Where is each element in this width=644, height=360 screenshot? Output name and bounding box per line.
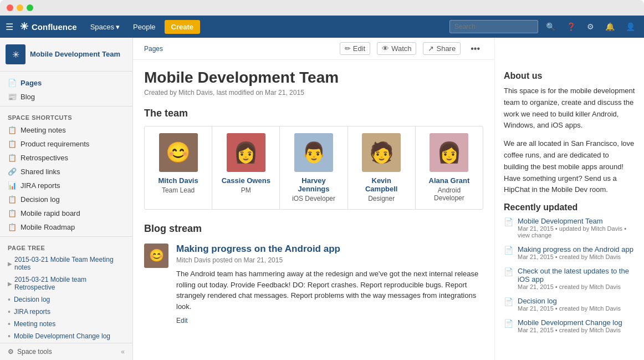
recent-item-link-1[interactable]: Making progress on the Android app xyxy=(518,245,635,253)
people-label: People xyxy=(133,23,155,31)
search-input[interactable] xyxy=(449,20,538,33)
blog-icon: 📰 xyxy=(8,93,17,101)
page-tree-item-2[interactable]: ▶ 2015-03-21 Mobile team Retrospective xyxy=(0,273,132,293)
recent-item-link-2[interactable]: Check out the latest updates to the iOS … xyxy=(518,267,635,283)
recent-item-meta-0: Mar 21, 2015 • updated by Mitch Davis • … xyxy=(518,225,635,239)
recent-item-link-4[interactable]: Mobile Development Change log xyxy=(518,318,635,327)
member-name-0[interactable]: Mitch Davis xyxy=(154,176,203,185)
edit-label: Edit xyxy=(353,44,365,53)
page-tree-item-1[interactable]: ▶ 2015-03-21 Mobile Team Meeting notes xyxy=(0,253,132,273)
recent-item-icon-3: 📄 xyxy=(504,297,513,306)
shortcuts-label: SPACE SHORTCUTS xyxy=(0,109,132,123)
window-buttons xyxy=(7,4,33,11)
recent-item-2: 📄 Check out the latest updates to the iO… xyxy=(504,267,635,290)
sidebar-item-decision-log[interactable]: 📋 Decision log xyxy=(0,192,132,206)
blog-post-title-0[interactable]: Making progress on the Android app xyxy=(176,244,483,255)
about-title: About us xyxy=(504,71,635,81)
space-avatar-icon: ✳ xyxy=(12,49,19,60)
sidebar-item-product-req[interactable]: 📋 Product requirements xyxy=(0,137,132,151)
spaces-button[interactable]: Spaces ▾ xyxy=(86,21,124,33)
blog-post-body-0: The Android team has hammering away at t… xyxy=(176,268,483,312)
create-label: Create xyxy=(171,23,193,31)
member-name-4[interactable]: Alana Grant xyxy=(425,176,474,185)
space-tools-button[interactable]: ⚙ Space tools « xyxy=(0,343,132,360)
decision-log-icon: 📋 xyxy=(8,195,17,204)
share-label: Share xyxy=(436,44,456,53)
dot-icon-6: • xyxy=(8,332,11,340)
recently-updated-title: Recently updated xyxy=(504,202,635,212)
member-avatar-0: 😊 xyxy=(159,133,198,172)
rapid-board-label: Mobile rapid board xyxy=(21,209,80,217)
sidebar-item-rapid-board[interactable]: 📋 Mobile rapid board xyxy=(0,206,132,220)
space-tools-label: Space tools xyxy=(17,348,52,356)
blog-post-content-0: Making progress on the Android app Mitch… xyxy=(176,244,483,324)
search-icon-button[interactable]: 🔍 xyxy=(543,20,559,33)
minimize-button[interactable] xyxy=(17,4,23,11)
avatar-emoji-1: 👩 xyxy=(233,141,258,164)
page-tree-item-6[interactable]: • Mobile Development Change log xyxy=(0,330,132,342)
menu-icon[interactable]: ☰ xyxy=(6,22,13,32)
blog-date: Mar 21, 2015 xyxy=(243,256,283,264)
sidebar-item-pages[interactable]: 📄 Pages xyxy=(0,76,132,90)
space-avatar: ✳ xyxy=(6,44,25,64)
member-role-0: Team Lead xyxy=(154,186,203,194)
sidebar-item-blog[interactable]: 📰 Blog xyxy=(0,90,132,104)
roadmap-label: Mobile Roadmap xyxy=(21,223,75,231)
sidebar-item-shared-links[interactable]: 🔗 Shared links xyxy=(0,165,132,179)
notifications-icon-button[interactable]: 🔔 xyxy=(602,20,618,33)
close-button[interactable] xyxy=(7,4,13,11)
recent-item-link-0[interactable]: Mobile Development Team xyxy=(518,217,635,225)
sidebar-item-retrospectives[interactable]: 📋 Retrospectives xyxy=(0,151,132,165)
recent-item-4: 📄 Mobile Development Change log Mar 21, … xyxy=(504,318,635,333)
sidebar-item-roadmap[interactable]: 📋 Mobile Roadmap xyxy=(0,220,132,234)
sidebar-space-header[interactable]: ✳ Mobile Development Team xyxy=(0,38,132,72)
team-grid: 😊 Mitch Davis Team Lead 👩 Cassie Owens P… xyxy=(144,126,483,210)
sidebar-item-jira-reports[interactable]: 📊 JIRA reports xyxy=(0,179,132,192)
edit-icon: ✏ xyxy=(345,44,351,53)
arrow-icon-1: ▶ xyxy=(8,261,12,267)
watch-icon: 👁 xyxy=(382,44,389,53)
help-icon-button[interactable]: ❓ xyxy=(563,20,579,33)
sidebar-divider-2 xyxy=(0,236,132,237)
more-actions-button[interactable]: ••• xyxy=(467,43,483,55)
pages-icon: 📄 xyxy=(8,79,17,87)
recent-item-meta-1: Mar 21, 2015 • created by Mitch Davis xyxy=(518,253,635,260)
blog-post-avatar-0: 😊 xyxy=(144,244,168,268)
space-name: Mobile Development Team xyxy=(30,50,120,59)
team-member-1: 👩 Cassie Owens PM xyxy=(212,126,280,209)
page-tree-item-4[interactable]: • JIRA reports xyxy=(0,306,132,318)
watch-label: Watch xyxy=(391,44,411,53)
meeting-notes-icon: 📋 xyxy=(8,126,17,134)
about-text-1: This space is for the mobile development… xyxy=(504,85,635,131)
confluence-logo-icon: ✳ xyxy=(20,21,28,33)
member-name-1[interactable]: Cassie Owens xyxy=(221,176,270,185)
page-tree-label-4: JIRA reports xyxy=(14,308,50,316)
recent-item-content-2: Check out the latest updates to the iOS … xyxy=(518,267,635,290)
user-avatar-button[interactable]: 👤 xyxy=(622,20,638,33)
share-button[interactable]: ↗ Share xyxy=(423,42,461,55)
edit-button[interactable]: ✏ Edit xyxy=(340,42,370,55)
page-tree-item-5[interactable]: • Meeting notes xyxy=(0,318,132,330)
member-name-3[interactable]: Kevin Campbell xyxy=(357,176,406,193)
logo[interactable]: ✳ Confluence xyxy=(20,21,77,33)
page-tree-item-3[interactable]: • Decision log xyxy=(0,293,132,306)
blog-post-0: 😊 Making progress on the Android app Mit… xyxy=(144,244,483,324)
logo-text: Confluence xyxy=(32,22,77,32)
right-panel: About us This space is for the mobile de… xyxy=(494,38,644,360)
blog-avatar-emoji: 😊 xyxy=(149,249,164,263)
member-name-2[interactable]: Harvey Jennings xyxy=(289,176,338,193)
recent-item-link-3[interactable]: Decision log xyxy=(518,297,635,305)
blog-edit-link-0[interactable]: Edit xyxy=(176,317,188,324)
team-member-2: 👨 Harvey Jennings iOS Developer xyxy=(280,126,347,209)
about-section: About us This space is for the mobile de… xyxy=(504,71,635,196)
page-tree-label-6: Mobile Development Change log xyxy=(14,332,110,340)
breadcrumb-pages[interactable]: Pages xyxy=(144,45,163,53)
maximize-button[interactable] xyxy=(27,4,33,11)
sidebar-item-meeting-notes[interactable]: 📋 Meeting notes xyxy=(0,123,132,137)
create-button[interactable]: Create xyxy=(165,20,200,34)
settings-icon-button[interactable]: ⚙ xyxy=(584,20,597,33)
collapse-sidebar-icon[interactable]: « xyxy=(121,348,125,356)
watch-button[interactable]: 👁 Watch xyxy=(377,42,416,55)
people-button[interactable]: People xyxy=(129,21,160,33)
sidebar-pages-label: Pages xyxy=(21,79,42,87)
